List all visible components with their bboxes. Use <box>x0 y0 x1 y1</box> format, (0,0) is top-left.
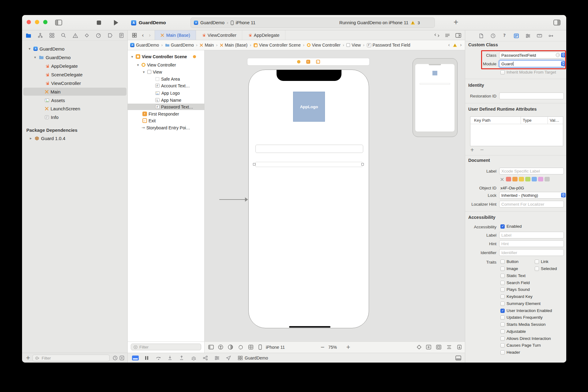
view-hierarchy-icon[interactable] <box>191 356 196 360</box>
outline-item-first-responder[interactable]: First Responder <box>142 111 179 117</box>
identity-inspector-icon[interactable] <box>514 33 519 38</box>
source-control-icon[interactable] <box>38 33 43 38</box>
view-controller-icon[interactable] <box>297 60 300 63</box>
accessibility-identifier-field[interactable]: Identifier <box>499 249 564 256</box>
code-review-icon[interactable] <box>434 33 439 37</box>
device-preview-thumbnail[interactable] <box>413 58 458 137</box>
align-icon[interactable] <box>447 345 452 349</box>
accessibility-enabled-checkbox[interactable] <box>500 224 505 229</box>
back-button[interactable]: ‹ <box>142 32 144 38</box>
quick-help-inspector-icon[interactable]: ? <box>503 33 506 38</box>
simulate-location-icon[interactable] <box>226 356 231 360</box>
previous-issue-button[interactable]: ‹ <box>448 42 450 48</box>
step-over-icon[interactable] <box>156 356 161 360</box>
navigator-toggle-icon[interactable] <box>55 20 62 25</box>
step-into-icon[interactable] <box>168 356 172 360</box>
breadcrumb-main-base[interactable]: Main (Base) <box>220 43 247 48</box>
file-inspector-icon[interactable] <box>479 33 483 38</box>
exit-icon[interactable] <box>316 60 320 64</box>
accessibility-hint-field[interactable]: Hint <box>499 240 564 247</box>
sidebar-item-info[interactable]: Info <box>45 113 58 121</box>
disclosure-icon[interactable] <box>29 136 33 140</box>
trait-checkbox[interactable] <box>500 337 505 341</box>
trait-checkbox[interactable] <box>500 274 505 278</box>
tab-main-storyboard[interactable]: Main (Base) <box>155 30 196 40</box>
trait-checkbox[interactable] <box>500 322 505 327</box>
recent-files-icon[interactable] <box>113 356 118 360</box>
zoom-button[interactable] <box>43 20 47 24</box>
inherit-module-checkbox[interactable] <box>500 70 505 74</box>
localizer-hint-field[interactable]: Comment For Localizer <box>499 201 564 207</box>
tab-appdelegate[interactable]: AppDelegate <box>242 30 285 40</box>
remove-attribute-button[interactable]: − <box>480 147 484 153</box>
step-out-icon[interactable] <box>179 356 184 360</box>
outline-item-app-name[interactable]: App Name <box>155 97 181 103</box>
warning-icon[interactable] <box>453 43 457 47</box>
device-label[interactable]: iPhone 11 <box>266 345 285 350</box>
app-logo-view[interactable]: AppLogo <box>293 92 325 122</box>
outline-toggle-icon[interactable] <box>208 345 214 349</box>
scheme-name[interactable]: GuardDemo <box>200 20 224 25</box>
sidebar-item-launchscreen[interactable]: LaunchScreen <box>45 105 80 112</box>
zoom-in-button[interactable]: + <box>346 344 350 350</box>
outline-item-entry-point[interactable]: → Storyboard Entry Poi… <box>141 124 190 131</box>
debug-process-label[interactable]: GuardDemo <box>245 356 268 360</box>
size-inspector-icon[interactable] <box>537 34 542 38</box>
trait-checkbox[interactable] <box>500 287 505 292</box>
breadcrumb-password-field[interactable]: Password Text Field <box>367 43 410 48</box>
source-control-status-icon[interactable] <box>119 356 124 360</box>
breadcrumb-view-controller[interactable]: View Controller <box>307 43 341 48</box>
stop-button[interactable] <box>97 21 101 25</box>
account-text-field[interactable] <box>255 145 363 153</box>
update-frames-icon[interactable] <box>426 345 431 349</box>
outline-filter-field[interactable]: Filter <box>131 344 201 350</box>
outline-item-scene[interactable]: View Controller Scene <box>130 53 196 60</box>
zoom-out-button[interactable]: − <box>320 344 325 350</box>
outline-item-password-text-field[interactable]: Password Text… <box>155 104 193 110</box>
runtime-attributes-table[interactable]: Key Path Type Val… <box>470 116 563 146</box>
reports-navigator-icon[interactable] <box>119 33 124 38</box>
document-label-field[interactable]: Xcode Specific Label <box>499 168 564 174</box>
color-chip-gray[interactable] <box>545 177 550 181</box>
add-editor-icon[interactable] <box>455 33 461 38</box>
embed-icon[interactable] <box>436 345 441 349</box>
sidebar-item-assets[interactable]: Assets <box>45 96 65 104</box>
resize-handle-left[interactable] <box>253 163 255 166</box>
breadcrumb-view[interactable]: View <box>346 43 361 48</box>
trait-variations-icon[interactable] <box>248 345 253 349</box>
inspector-toggle-icon[interactable] <box>553 20 560 25</box>
adjust-editor-icon[interactable] <box>445 33 450 37</box>
outline-item-safe-area[interactable]: Safe Area <box>155 76 180 82</box>
color-chip-pink[interactable] <box>538 177 543 181</box>
warning-count[interactable]: 3 <box>417 21 420 25</box>
breadcrumb-group[interactable]: GuardDemo <box>165 43 194 48</box>
symbols-navigator-icon[interactable] <box>49 33 55 38</box>
outline-item-account-text-field[interactable]: Account Text… <box>155 82 190 89</box>
breadcrumb-main[interactable]: Main <box>200 43 214 48</box>
disclosure-icon[interactable] <box>130 55 134 59</box>
breadcrumb-scene[interactable]: View Controller Scene <box>254 43 301 48</box>
storyboard-canvas[interactable]: AppLogo <box>205 50 465 341</box>
memory-graph-icon[interactable] <box>203 356 208 360</box>
zoom-level[interactable]: 75% <box>328 345 337 350</box>
accessibility-icon[interactable] <box>218 344 223 350</box>
breadcrumb-project[interactable]: GuardDemo <box>130 43 159 48</box>
outline-item-exit[interactable]: Exit <box>142 117 156 124</box>
trait-checkbox[interactable] <box>500 267 505 271</box>
tests-navigator-icon[interactable] <box>84 33 89 38</box>
appearance-toggle-icon[interactable] <box>228 344 233 350</box>
disclosure-icon[interactable] <box>136 63 140 67</box>
close-button[interactable] <box>27 20 31 24</box>
trait-checkbox[interactable] <box>500 329 505 334</box>
outline-item-view-controller[interactable]: View Controller <box>136 62 176 68</box>
app-process-icon[interactable] <box>238 356 243 360</box>
no-color-icon[interactable] <box>500 177 504 182</box>
related-items-icon[interactable] <box>132 33 137 38</box>
first-responder-icon[interactable] <box>306 60 310 64</box>
trait-checkbox[interactable] <box>500 350 505 355</box>
connections-inspector-icon[interactable] <box>548 33 553 38</box>
sidebar-item-guard-package[interactable]: Guard 1.0.4 <box>29 134 65 142</box>
sidebar-item-scenedelegate[interactable]: SceneDelegate <box>45 70 83 78</box>
restoration-id-field[interactable] <box>499 93 564 99</box>
lock-dropdown-button[interactable] <box>561 193 566 197</box>
